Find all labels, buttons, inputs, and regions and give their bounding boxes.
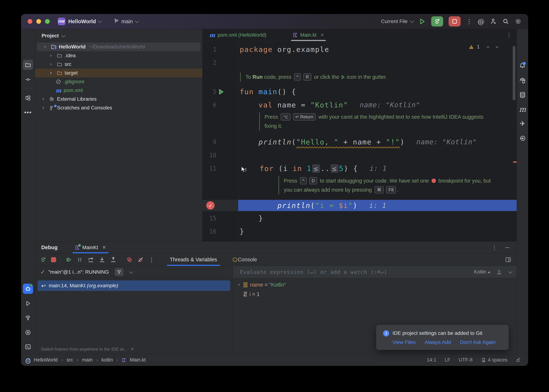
commit-tool-button[interactable]: [23, 74, 33, 84]
project-badge[interactable]: HW: [58, 18, 65, 25]
line-number[interactable]: 15: [202, 212, 238, 225]
line-number[interactable]: 16: [202, 225, 238, 238]
step-out-icon[interactable]: [110, 256, 117, 263]
notifications-button[interactable]: [517, 60, 528, 70]
view-breakpoints-icon[interactable]: [126, 256, 133, 263]
debug-session-tab[interactable]: MainKt ✕: [75, 242, 106, 253]
project-panel-header[interactable]: Project: [35, 29, 202, 42]
add-user-icon[interactable]: [490, 18, 497, 25]
step-into-icon[interactable]: [99, 256, 105, 263]
debug-tool-button[interactable]: [23, 284, 33, 294]
line-number[interactable]: 1: [202, 43, 238, 56]
more-tool-windows-button[interactable]: •••: [23, 107, 33, 117]
breadcrumb-project[interactable]: HelloWorld: [34, 357, 58, 363]
chevron-right-icon[interactable]: [41, 106, 45, 110]
always-add-link[interactable]: Always Add: [425, 339, 451, 345]
project-tool-button[interactable]: [23, 60, 33, 70]
tab-main-kt[interactable]: Main.kt ✕: [288, 29, 329, 41]
debug-panel-title[interactable]: Debug: [41, 245, 57, 251]
chevron-down-icon[interactable]: [129, 269, 133, 273]
view-files-link[interactable]: View Files: [393, 339, 415, 345]
variable-row-name[interactable]: name = "Kotlin": [233, 280, 517, 289]
chevron-down-icon[interactable]: [43, 45, 47, 49]
chevron-right-icon[interactable]: [49, 71, 53, 75]
tree-item-pom[interactable]: m pom.xml: [35, 86, 202, 95]
stop-icon[interactable]: [51, 257, 56, 262]
rerun-debug-button[interactable]: [431, 16, 443, 27]
debug-toolbar-kebab[interactable]: ⋮: [149, 256, 155, 263]
evaluate-expression-bar[interactable]: Evaluate expression (↵) or add a watch (…: [233, 266, 517, 278]
tree-item-idea[interactable]: .idea: [35, 51, 202, 60]
ai-assistant-icon[interactable]: @: [478, 17, 485, 25]
breakpoint-hit-icon[interactable]: ✓: [206, 201, 215, 210]
chevron-right-icon[interactable]: [41, 97, 45, 101]
tab-pom-xml[interactable]: m pom.xml (HelloWorld): [204, 29, 271, 41]
breadcrumb-kotlin[interactable]: kotlin: [101, 357, 113, 363]
pause-icon[interactable]: [77, 257, 83, 263]
run-configuration-selector[interactable]: Current File: [381, 19, 413, 24]
file-encoding[interactable]: UTF-8: [459, 357, 472, 363]
chevron-right-icon[interactable]: [237, 283, 241, 287]
editor-options-kebab[interactable]: ⋮: [506, 32, 512, 38]
run-button[interactable]: [418, 18, 426, 25]
maven-button[interactable]: m: [517, 104, 528, 114]
layout-settings-icon[interactable]: [505, 257, 511, 263]
indent-widget[interactable]: 4 spaces: [481, 357, 507, 363]
editor-scrollbar-thumb[interactable]: [513, 46, 515, 100]
run-tool-button[interactable]: [23, 298, 33, 308]
chevron-right-icon[interactable]: [49, 62, 53, 66]
chevron-down-icon[interactable]: [98, 19, 102, 23]
stop-button[interactable]: [449, 16, 461, 27]
tree-item-src[interactable]: src: [35, 60, 202, 69]
language-selector[interactable]: Kotlin: [474, 269, 490, 275]
caret-position[interactable]: 14:1: [427, 357, 436, 363]
close-window-button[interactable]: [28, 19, 32, 24]
minimize-window-button[interactable]: [36, 19, 41, 24]
search-icon[interactable]: [502, 18, 509, 25]
problems-tool-button[interactable]: [23, 356, 33, 366]
more-toolbar-options[interactable]: ⋮: [466, 18, 472, 25]
project-name[interactable]: HelloWorld: [68, 19, 96, 25]
minimize-panel-icon[interactable]: ─: [505, 244, 509, 251]
add-watch-icon[interactable]: [496, 269, 502, 275]
filter-frames-button[interactable]: [115, 268, 123, 276]
chevron-right-icon[interactable]: [49, 54, 53, 57]
line-number[interactable]: 9: [202, 135, 238, 149]
tree-item-scratches[interactable]: Scratches and Consoles: [35, 104, 202, 112]
ai-assistant-button[interactable]: [517, 76, 528, 86]
stack-frame-selected[interactable]: ↩ main:14, MainKt (org.example): [38, 280, 230, 291]
database-button[interactable]: [517, 90, 528, 100]
line-number[interactable]: 2: [202, 56, 238, 69]
plane-button[interactable]: ✈: [517, 119, 528, 129]
structure-tool-button[interactable]: [23, 93, 33, 103]
close-hint-icon[interactable]: ✕: [131, 347, 134, 352]
build-tool-button[interactable]: [23, 313, 33, 323]
code-editor[interactable]: 1 1 package org.example 2: [202, 41, 517, 241]
line-number[interactable]: 6: [202, 98, 238, 112]
run-main-gutter-icon[interactable]: [217, 88, 225, 95]
line-number[interactable]: 11: [202, 162, 238, 175]
terminal-tool-button[interactable]: [23, 342, 33, 352]
tab-threads-variables[interactable]: Threads & Variables: [167, 253, 220, 266]
thread-selector-row[interactable]: ✓ "main"@1 i...n": RUNNING: [35, 266, 233, 278]
maximize-window-button[interactable]: [45, 19, 50, 24]
settings-gear-icon[interactable]: [515, 18, 521, 25]
breadcrumb-file[interactable]: Main.kt: [130, 357, 146, 363]
close-session-icon[interactable]: ✕: [102, 245, 106, 250]
unlock-icon[interactable]: [516, 357, 521, 363]
tab-console[interactable]: ↓ Console: [230, 253, 260, 266]
profiler-button[interactable]: [517, 133, 528, 143]
resume-icon[interactable]: [66, 257, 72, 263]
chevron-down-icon[interactable]: [508, 269, 513, 273]
dont-ask-again-link[interactable]: Don't Ask Again: [460, 339, 495, 345]
close-tab-icon[interactable]: ✕: [320, 32, 324, 38]
tree-item-gitignore[interactable]: .gitignore: [35, 77, 202, 86]
debug-panel-options-kebab[interactable]: ⋮: [492, 244, 497, 251]
step-over-icon[interactable]: [87, 256, 94, 263]
rerun-debug-icon[interactable]: [40, 257, 46, 263]
line-number[interactable]: 10: [202, 149, 238, 162]
tree-item-root[interactable]: HelloWorld ~/Downloads/HelloWorld: [37, 42, 200, 51]
vcs-widget[interactable]: main: [113, 19, 138, 25]
breadcrumb-main[interactable]: main: [82, 357, 93, 363]
tree-item-target[interactable]: target: [35, 69, 202, 77]
